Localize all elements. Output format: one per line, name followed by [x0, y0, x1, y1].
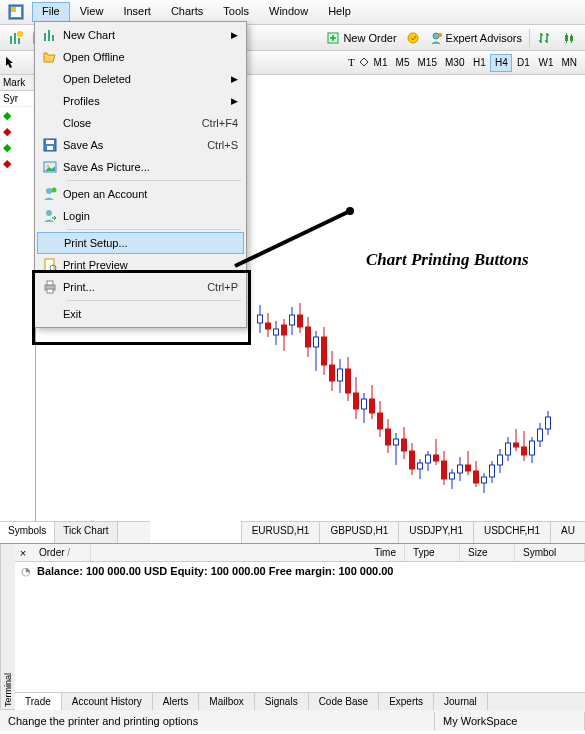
chart-pair-tabs: EURUSD,H1 GBPUSD,H1 USDJPY,H1 USDCHF,H1 …	[241, 521, 585, 543]
menu-charts[interactable]: Charts	[161, 2, 213, 22]
objects-icon[interactable]	[358, 56, 370, 70]
menu-print[interactable]: Print... Ctrl+P	[37, 276, 244, 298]
menu-exit[interactable]: Exit	[37, 303, 244, 325]
svg-rect-89	[546, 417, 551, 429]
file-menu-dropdown: New Chart ▶ Open Offline Open Deleted ▶ …	[34, 21, 247, 328]
menu-login[interactable]: Login	[37, 205, 244, 227]
svg-rect-69	[466, 465, 471, 471]
status-workspace: My WorkSpace	[435, 712, 585, 730]
menu-print-preview[interactable]: Print Preview	[37, 254, 244, 276]
expert-advisors-label: Expert Advisors	[446, 32, 522, 44]
menu-profiles[interactable]: Profiles ▶	[37, 90, 244, 112]
svg-point-107	[346, 207, 354, 215]
arrow-up-icon: ◆	[3, 141, 11, 154]
cursor-icon[interactable]	[4, 56, 16, 70]
market-watch-panel: Mark Syr ◆ ◆ ◆ ◆	[0, 75, 36, 543]
app-icon[interactable]	[2, 2, 30, 22]
menu-print-setup[interactable]: Print Setup...	[37, 232, 244, 254]
tf-m30[interactable]: M30	[441, 54, 468, 72]
menu-file[interactable]: File	[32, 2, 70, 22]
terminal-side-label: Terminal	[0, 544, 15, 709]
col-order[interactable]: Order /	[31, 544, 91, 561]
tab-symbols[interactable]: Symbols	[0, 522, 55, 543]
tab-journal[interactable]: Journal	[434, 693, 488, 710]
symbol-row[interactable]: ◆	[0, 107, 35, 123]
annotation-label: Chart Printing Buttons	[366, 250, 529, 270]
tab-alerts[interactable]: Alerts	[153, 693, 200, 710]
menu-window[interactable]: Window	[259, 2, 318, 22]
svg-rect-14	[570, 36, 573, 41]
menu-view[interactable]: View	[70, 2, 114, 22]
col-time[interactable]: Time	[91, 544, 405, 561]
tf-h1[interactable]: H1	[468, 54, 490, 72]
svg-line-106	[235, 211, 350, 266]
tab-signals[interactable]: Signals	[255, 693, 309, 710]
tf-h4[interactable]: H4	[490, 54, 512, 72]
terminal-close-button[interactable]: ×	[15, 544, 31, 562]
balance-line: Balance: 100 000.00 USD Equity: 100 000.…	[37, 565, 393, 577]
col-symbol[interactable]: Symbol	[515, 544, 585, 561]
svg-rect-33	[322, 337, 327, 365]
svg-rect-37	[338, 369, 343, 381]
text-tool-icon[interactable]: T	[346, 56, 358, 70]
svg-rect-17	[258, 315, 263, 323]
tf-m15[interactable]: M15	[414, 54, 441, 72]
tab-trade[interactable]: Trade	[15, 693, 62, 710]
tf-w1[interactable]: W1	[534, 54, 557, 72]
menu-help[interactable]: Help	[318, 2, 361, 22]
svg-rect-23	[282, 325, 287, 335]
svg-point-6	[17, 31, 23, 37]
expert-advisors-button[interactable]: Expert Advisors	[425, 31, 526, 45]
tf-m5[interactable]: M5	[392, 54, 414, 72]
svg-point-12	[438, 33, 442, 37]
tab-account-history[interactable]: Account History	[62, 693, 153, 710]
menu-close[interactable]: Close Ctrl+F4	[37, 112, 244, 134]
menu-save-picture[interactable]: Save As Picture...	[37, 156, 244, 178]
status-message: Change the printer and printing options	[0, 712, 435, 730]
col-type[interactable]: Type	[405, 544, 460, 561]
menu-save-as[interactable]: Save As Ctrl+S	[37, 134, 244, 156]
menu-new-chart[interactable]: New Chart ▶	[37, 24, 244, 46]
menu-tools[interactable]: Tools	[213, 2, 259, 22]
tab-code-base[interactable]: Code Base	[309, 693, 379, 710]
tab-tick-chart[interactable]: Tick Chart	[55, 522, 117, 543]
autotrading-icon[interactable]	[402, 27, 424, 49]
arrow-up-icon: ◆	[3, 109, 11, 122]
symbol-row[interactable]: ◆	[0, 139, 35, 155]
candles-style-icon[interactable]	[558, 27, 580, 49]
arrow-down-icon: ◆	[3, 157, 11, 170]
svg-rect-39	[346, 369, 351, 393]
tf-mn[interactable]: MN	[557, 54, 581, 72]
new-order-button[interactable]: New Order	[322, 31, 400, 45]
svg-rect-94	[46, 140, 54, 144]
menu-open-deleted[interactable]: Open Deleted ▶	[37, 68, 244, 90]
login-icon	[37, 208, 63, 224]
symbol-row[interactable]: ◆	[0, 155, 35, 171]
tf-m1[interactable]: M1	[370, 54, 392, 72]
tab-mailbox[interactable]: Mailbox	[199, 693, 254, 710]
chart-tab-usdchf[interactable]: USDCHF,H1	[473, 521, 550, 543]
col-size[interactable]: Size	[460, 544, 515, 561]
svg-text:T: T	[348, 56, 355, 68]
tf-d1[interactable]: D1	[512, 54, 534, 72]
svg-rect-41	[354, 393, 359, 409]
chart-tab-usdjpy[interactable]: USDJPY,H1	[398, 521, 473, 543]
bars-style-icon[interactable]	[534, 27, 556, 49]
tab-experts[interactable]: Experts	[379, 693, 434, 710]
chart-tab-gbpusd[interactable]: GBPUSD,H1	[319, 521, 398, 543]
svg-rect-3	[10, 36, 12, 44]
svg-rect-29	[306, 327, 311, 347]
arrow-down-icon: ◆	[3, 125, 11, 138]
menu-insert[interactable]: Insert	[113, 2, 161, 22]
svg-rect-92	[52, 35, 54, 41]
svg-rect-19	[266, 323, 271, 329]
terminal-tabs: Trade Account History Alerts Mailbox Sig…	[15, 692, 585, 710]
print-icon	[37, 279, 63, 295]
menu-open-offline[interactable]: Open Offline	[37, 46, 244, 68]
menu-open-account[interactable]: Open an Account	[37, 183, 244, 205]
chart-tab-eurusd[interactable]: EURUSD,H1	[241, 521, 320, 543]
new-chart-icon[interactable]	[5, 27, 27, 49]
symbol-row[interactable]: ◆	[0, 123, 35, 139]
chart-tab-au[interactable]: AU	[550, 521, 585, 543]
svg-rect-85	[530, 441, 535, 455]
